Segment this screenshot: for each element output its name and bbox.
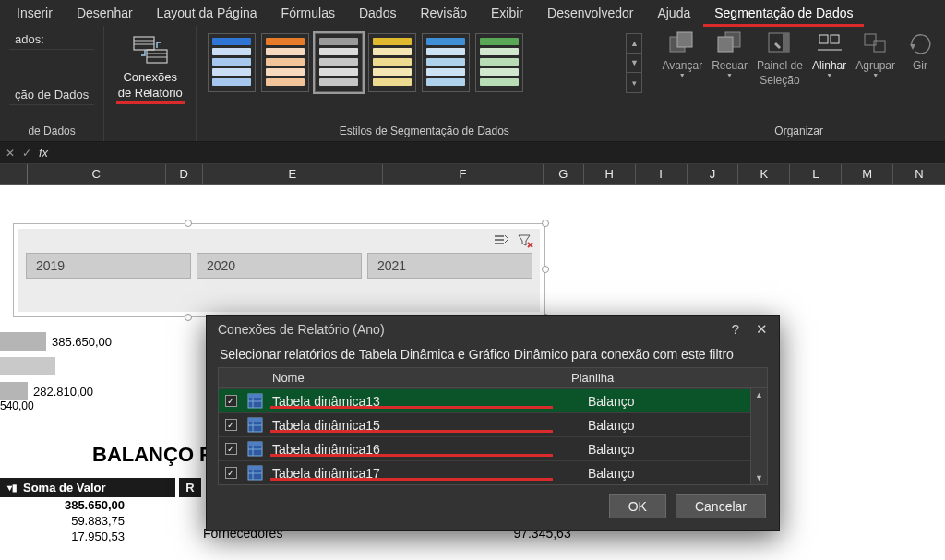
cancel-button[interactable]: Cancelar (676, 494, 766, 518)
selection-handle[interactable] (185, 314, 192, 321)
annotation-underline (270, 454, 553, 457)
tab-exibir[interactable]: Exibir (480, 2, 534, 24)
slicer-item-2019[interactable]: 2019 (26, 253, 191, 279)
gallery-more-icon[interactable]: ▾ (627, 73, 641, 92)
table-row[interactable]: ✓Tabela dinâmica17Balanço (219, 460, 767, 484)
svg-rect-9 (718, 37, 733, 52)
report-connections-icon (129, 31, 172, 68)
rotate-button[interactable]: Gir (904, 30, 936, 72)
gallery-scroll[interactable]: ▲ ▼ ▾ (626, 33, 642, 93)
pivot-table-icon (243, 465, 267, 481)
col-K[interactable]: K (738, 164, 790, 184)
close-icon[interactable]: ✕ (756, 321, 768, 338)
svg-rect-3 (147, 50, 167, 63)
tab-desenvolvedor[interactable]: Desenvolvedor (536, 2, 644, 24)
tab-inserir[interactable]: Inserir (6, 2, 64, 24)
formula-bar: ✕ ✓ fx (0, 142, 945, 164)
slicer-style-option[interactable] (315, 33, 363, 92)
chevron-down-icon: ▼ (726, 72, 733, 78)
col-C[interactable]: C (28, 164, 166, 184)
slicer-style-option[interactable] (422, 33, 470, 92)
pivot-header: ▾▮ Soma de Valor R 385.650,00 59.883,75 … (0, 478, 201, 544)
svg-rect-13 (831, 35, 839, 43)
col-L[interactable]: L (790, 164, 842, 184)
col-I[interactable]: I (636, 164, 688, 184)
svg-rect-11 (783, 33, 789, 52)
col-header-planilha[interactable]: Planilha (566, 368, 750, 387)
slicer-item-2021[interactable]: 2021 (367, 253, 532, 279)
tab-layout[interactable]: Layout da Página (146, 2, 269, 24)
caption-input[interactable]: ção de Dados (9, 85, 94, 105)
annotation-underline (270, 430, 553, 433)
tab-desenhar[interactable]: Desenhar (66, 2, 144, 24)
ribbon-tabs: Inserir Desenhar Layout da Página Fórmul… (0, 0, 945, 26)
selection-handle[interactable] (185, 220, 192, 227)
scroll-up-icon[interactable]: ▲ (755, 390, 763, 399)
col-E[interactable]: E (203, 164, 384, 184)
accept-icon[interactable]: ✓ (22, 147, 31, 160)
row-sheet: Balanço (582, 418, 767, 433)
align-button[interactable]: Alinhar ▼ (812, 30, 846, 78)
send-backward-button[interactable]: Recuar ▼ (712, 30, 748, 78)
slicer-style-option[interactable] (475, 33, 523, 92)
svg-rect-33 (248, 466, 262, 470)
col-G[interactable]: G (544, 164, 584, 184)
dialog-table: Nome Planilha ✓Tabela dinâmica13Balanço✓… (218, 367, 768, 485)
pivot-hdr-r[interactable]: R (179, 478, 201, 497)
report-connections-label-2: de Relatório (118, 86, 183, 100)
styles-group-label: Estilos de Segmentação de Dados (206, 122, 642, 139)
slicer-style-option[interactable] (368, 33, 416, 92)
annotation-underline (270, 406, 553, 409)
tab-revisao[interactable]: Revisão (409, 2, 478, 24)
tab-formulas[interactable]: Fórmulas (270, 2, 346, 24)
pivot-value: 385.650,00 (0, 498, 125, 512)
col-M[interactable]: M (842, 164, 893, 184)
row-sheet: Balanço (582, 394, 767, 409)
selection-handle[interactable] (542, 220, 549, 227)
svg-rect-0 (134, 37, 154, 50)
col-F[interactable]: F (383, 164, 544, 184)
table-row[interactable]: ✓Tabela dinâmica15Balanço (219, 412, 767, 436)
ok-button[interactable]: OK (609, 494, 666, 518)
slicer-style-option[interactable] (208, 33, 256, 92)
bring-forward-button[interactable]: Avançar ▼ (662, 30, 702, 78)
col-N[interactable]: N (893, 164, 945, 184)
arrange-group-label: Organizar (662, 122, 936, 139)
fx-icon[interactable]: fx (39, 146, 48, 160)
col-H[interactable]: H (584, 164, 636, 184)
slicer-style-option[interactable] (261, 33, 309, 92)
bar-value: 282.810,00 (33, 385, 93, 399)
row-checkbox[interactable]: ✓ (219, 443, 243, 455)
gallery-up-icon[interactable]: ▲ (627, 34, 641, 54)
tab-dados[interactable]: Dados (348, 2, 407, 24)
row-sheet: Balanço (582, 466, 767, 481)
help-icon[interactable]: ? (732, 321, 739, 338)
group-button[interactable]: Agrupar ▼ (855, 30, 895, 78)
scroll-down-icon[interactable]: ▼ (755, 473, 763, 483)
table-row[interactable]: ✓Tabela dinâmica16Balanço (219, 436, 767, 460)
selection-handle[interactable] (542, 266, 549, 273)
column-headers: C D E F G H I J K L M N (0, 164, 945, 185)
col-header-nome[interactable]: Nome (267, 368, 566, 387)
gallery-down-icon[interactable]: ▼ (627, 54, 641, 73)
selection-pane-button[interactable]: Painel de Seleção (757, 30, 803, 87)
row-checkbox[interactable]: ✓ (219, 395, 243, 407)
dialog-scrollbar[interactable]: ▲ ▼ (750, 388, 767, 484)
slicer-style-gallery[interactable]: ▲ ▼ ▾ (206, 30, 642, 92)
tab-ajuda[interactable]: Ajuda (646, 2, 701, 24)
row-checkbox[interactable]: ✓ (219, 467, 243, 479)
slicer-ano[interactable]: 2019 2020 2021 (18, 229, 540, 312)
pivot-hdr-soma[interactable]: ▾▮ Soma de Valor (0, 478, 175, 497)
report-connections-button[interactable]: Conexões de Relatório (114, 30, 186, 101)
cancel-icon[interactable]: ✕ (6, 147, 15, 160)
col-J[interactable]: J (688, 164, 739, 184)
row-checkbox[interactable]: ✓ (219, 419, 243, 431)
svg-rect-25 (248, 418, 262, 422)
col-D[interactable]: D (166, 164, 203, 184)
report-connections-label-1: Conexões (123, 70, 177, 84)
table-row[interactable]: ✓Tabela dinâmica13Balanço (219, 388, 767, 412)
tab-segmentacao[interactable]: Segmentação de Dados (703, 2, 864, 24)
slicer-item-2020[interactable]: 2020 (197, 253, 362, 279)
clear-filter-icon[interactable] (516, 232, 534, 249)
multiselect-icon[interactable] (492, 232, 510, 249)
